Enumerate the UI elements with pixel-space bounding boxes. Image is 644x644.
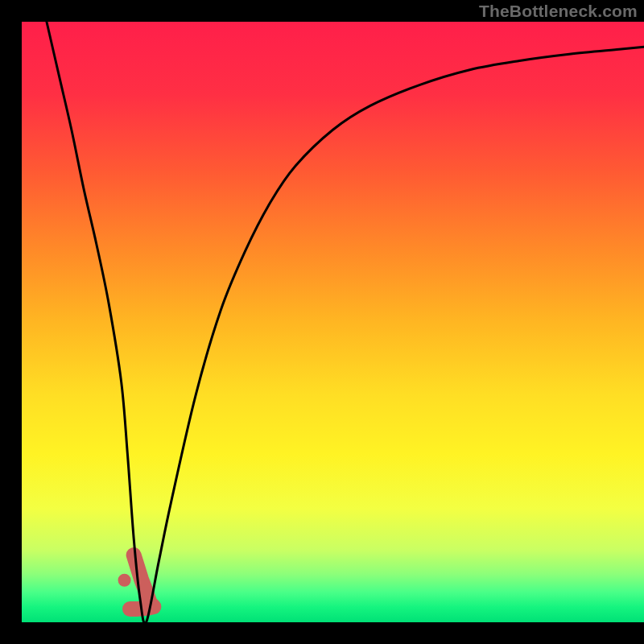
bottleneck-chart	[0, 0, 644, 644]
gradient-background	[22, 22, 644, 622]
marker-dot	[118, 574, 131, 587]
watermark-label: TheBottleneck.com	[479, 2, 638, 21]
chart-stage: TheBottleneck.com	[0, 0, 644, 644]
